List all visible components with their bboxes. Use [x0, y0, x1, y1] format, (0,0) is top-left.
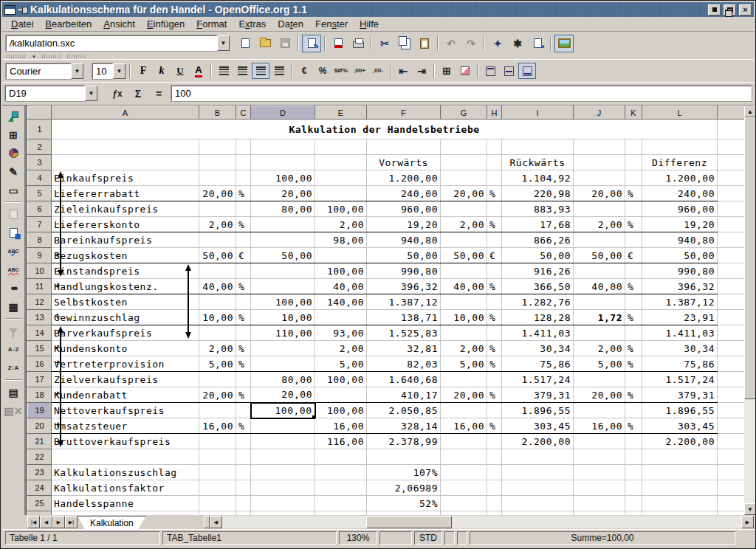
status-selection-mode[interactable]: STD — [414, 531, 442, 545]
cell-B7[interactable]: 2,00 — [199, 217, 236, 232]
sheet-tab-kalkulation[interactable]: Kalkulation — [78, 516, 146, 529]
hidden-toolbar-grips[interactable]: ▼ — [2, 54, 238, 59]
cell-beyond-21[interactable] — [718, 434, 745, 449]
cell-A20[interactable]: +Umsatzsteuer — [52, 418, 199, 434]
cell-E23[interactable] — [315, 465, 367, 480]
cell-H22[interactable] — [487, 449, 502, 465]
cell-B11[interactable]: 40,00 — [199, 279, 236, 294]
cell-E3[interactable] — [315, 155, 367, 170]
row-header-9[interactable]: 9 — [28, 248, 52, 263]
cell-H7[interactable]: % — [487, 217, 502, 232]
cell-E18[interactable] — [315, 387, 367, 403]
status-zoom-level[interactable]: 130% — [339, 531, 377, 545]
cell-B22[interactable] — [199, 449, 236, 465]
cell-A7[interactable]: -Liefererskonto — [52, 217, 199, 232]
cell-G22[interactable] — [441, 449, 487, 465]
cell-K6[interactable] — [625, 201, 642, 217]
cell-C25[interactable] — [236, 496, 251, 511]
cell-J12[interactable] — [574, 294, 625, 310]
scroll-down-icon[interactable]: ▼ — [744, 503, 756, 515]
menu-daten[interactable]: Daten — [272, 17, 309, 31]
cell-I12[interactable]: 1.282,76 — [502, 294, 574, 310]
cell-F2[interactable] — [367, 139, 441, 155]
cell-C10[interactable] — [236, 263, 251, 279]
cell-C8[interactable] — [236, 232, 251, 248]
column-header-L[interactable]: L — [642, 106, 718, 120]
cell-A8[interactable]: Bareinkaufspreis — [52, 232, 199, 248]
choose-themes-button[interactable]: ▦ — [4, 224, 23, 242]
cell-F3[interactable]: Vorwärts — [367, 155, 441, 170]
cell-K20[interactable]: % — [625, 418, 642, 434]
cell-C16[interactable]: % — [236, 356, 251, 372]
maximize-button[interactable] — [724, 4, 736, 15]
cell-D10[interactable] — [251, 263, 315, 279]
cell-C21[interactable] — [236, 434, 251, 449]
cell-F5[interactable]: 240,00 — [367, 186, 441, 201]
cell-A9[interactable]: +Bezugskosten — [52, 248, 199, 263]
cell-D3[interactable] — [251, 155, 315, 170]
cell-J24[interactable] — [574, 480, 625, 496]
cell-L14[interactable]: 1.411,03 — [642, 325, 718, 341]
font-name-value[interactable]: Courier — [6, 63, 71, 79]
cell-F9[interactable]: 50,00 — [367, 248, 441, 263]
borders-button[interactable]: ⊞ — [438, 63, 456, 79]
cell-beyond-20[interactable] — [718, 418, 745, 434]
cell-beyond-11[interactable] — [718, 279, 745, 294]
cell-A14[interactable]: Barverkaufspreis — [52, 325, 199, 341]
cell-L4[interactable]: 1.200,00 — [642, 170, 718, 186]
toolbar-grip[interactable] — [67, 55, 86, 58]
cell-F7[interactable]: 19,20 — [367, 217, 441, 232]
cell-A21[interactable]: Bruttoverkaufspreis — [52, 434, 199, 449]
cell-beyond-23[interactable] — [718, 465, 745, 480]
column-header-C[interactable]: C — [236, 106, 251, 120]
cell-beyond-9[interactable] — [718, 248, 745, 263]
cell-B12[interactable] — [199, 294, 236, 310]
cell-E7[interactable]: 2,00 — [315, 217, 367, 232]
cell-E12[interactable]: 140,00 — [315, 294, 367, 310]
cell-K7[interactable]: % — [625, 217, 642, 232]
minimize-button[interactable] — [708, 4, 721, 15]
cell-A22[interactable] — [52, 449, 199, 465]
cell-D17[interactable]: 80,00 — [251, 372, 315, 387]
cell-I10[interactable]: 916,26 — [502, 263, 574, 279]
cell-beyond-1[interactable] — [718, 120, 745, 139]
cell-J6[interactable] — [574, 201, 625, 217]
cell-C17[interactable] — [236, 372, 251, 387]
cell-E13[interactable] — [315, 310, 367, 325]
row-header-20[interactable]: 20 — [28, 418, 52, 434]
cell-F8[interactable]: 940,80 — [367, 232, 441, 248]
cell-A25[interactable]: Handelsspanne — [52, 496, 199, 511]
cell-E4[interactable] — [315, 170, 367, 186]
cell-L3[interactable]: Differenz — [642, 155, 718, 170]
hscroll-left-icon[interactable]: ◀ — [210, 516, 222, 528]
cell-C20[interactable]: % — [236, 418, 251, 434]
cell-F4[interactable]: 1.200,00 — [367, 170, 441, 186]
select-all-corner[interactable] — [28, 106, 52, 120]
cell-D13[interactable]: 10,00 — [251, 310, 315, 325]
tab-scrollbar-splitter[interactable] — [204, 516, 210, 528]
cell-beyond-2[interactable] — [718, 139, 745, 155]
cell-C5[interactable]: % — [236, 186, 251, 201]
cell-B14[interactable] — [199, 325, 236, 341]
cell-I17[interactable]: 1.517,24 — [502, 372, 574, 387]
italic-button[interactable]: k — [153, 63, 171, 79]
cell-K15[interactable]: % — [625, 341, 642, 356]
cell-A16[interactable]: +Vertreterprovision — [52, 356, 199, 372]
last-sheet-button[interactable]: ▶| — [65, 516, 78, 528]
cell-B3[interactable] — [199, 155, 236, 170]
cell-L8[interactable]: 940,80 — [642, 232, 718, 248]
cell-beyond-5[interactable] — [718, 186, 745, 201]
cell-A6[interactable]: Zieleinkaufspreis — [52, 201, 199, 217]
cell-A3[interactable] — [52, 155, 199, 170]
cell-J9[interactable]: 50,00 — [574, 248, 625, 263]
cell-H11[interactable]: % — [487, 279, 502, 294]
paste-button[interactable] — [415, 35, 434, 52]
number-percent-button[interactable]: % — [314, 63, 331, 79]
cell-G7[interactable]: 2,00 — [441, 217, 487, 232]
cell-L2[interactable] — [642, 139, 718, 155]
cell-beyond-16[interactable] — [718, 356, 745, 372]
cell-B6[interactable] — [199, 201, 236, 217]
cell-C12[interactable] — [236, 294, 251, 310]
column-header-G[interactable]: G — [441, 106, 487, 120]
cell-G23[interactable] — [441, 465, 487, 480]
